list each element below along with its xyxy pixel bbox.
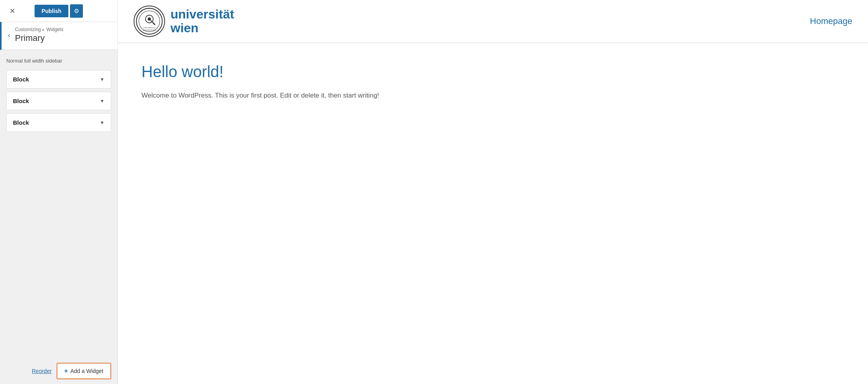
widget-item-3[interactable]: Block ▼ xyxy=(6,113,111,132)
breadcrumb-arrow: ▸ xyxy=(42,27,45,32)
widget-label-2: Block xyxy=(13,98,29,104)
reorder-button[interactable]: Reorder xyxy=(32,368,52,374)
bottom-actions: Reorder + Add a Widget xyxy=(0,358,117,384)
preview-panel: UNIVERSITAS VINDOBONENSIS universität wi… xyxy=(118,0,868,384)
settings-gear-button[interactable]: ⚙ xyxy=(70,4,83,18)
logo-area: UNIVERSITAS VINDOBONENSIS universität wi… xyxy=(134,6,234,37)
gear-icon: ⚙ xyxy=(74,7,79,14)
back-button[interactable]: ‹ xyxy=(8,31,10,39)
preview-header: UNIVERSITAS VINDOBONENSIS universität wi… xyxy=(118,0,868,43)
chevron-down-icon-1: ▼ xyxy=(100,77,105,82)
sidebar-content: Normal full width sidebar Block ▼ Block … xyxy=(0,50,117,358)
page-title: Primary xyxy=(15,33,63,43)
university-logo: UNIVERSITAS VINDOBONENSIS xyxy=(134,6,165,37)
post-title: Hello world! xyxy=(141,63,844,81)
chevron-down-icon-2: ▼ xyxy=(100,98,105,104)
publish-button[interactable]: Publish xyxy=(35,5,69,17)
post-excerpt: Welcome to WordPress. This is your first… xyxy=(141,90,844,101)
svg-line-5 xyxy=(153,23,155,24)
svg-point-3 xyxy=(148,17,151,20)
chevron-down-icon-3: ▼ xyxy=(100,120,105,126)
widget-label-3: Block xyxy=(13,119,29,126)
widget-item-2[interactable]: Block ▼ xyxy=(6,92,111,110)
sidebar-description: Normal full width sidebar xyxy=(6,58,111,64)
top-bar: ✕ Publish ⚙ xyxy=(0,0,117,22)
nav-bar: ‹ Customizing ▸ Widgets Primary xyxy=(0,22,117,50)
svg-text:UNIVERSITAS: UNIVERSITAS xyxy=(143,27,156,29)
widget-item-1[interactable]: Block ▼ xyxy=(6,70,111,89)
breadcrumb: Customizing ▸ Widgets xyxy=(15,27,63,32)
close-button[interactable]: ✕ xyxy=(6,5,18,17)
breadcrumb-area: Customizing ▸ Widgets Primary xyxy=(15,27,63,43)
back-icon: ‹ xyxy=(8,31,10,39)
university-name: universität wien xyxy=(171,7,234,35)
customizer-panel: ✕ Publish ⚙ ‹ Customizing ▸ Widgets Prim… xyxy=(0,0,118,384)
svg-text:VINDOBONENSIS: VINDOBONENSIS xyxy=(143,29,156,31)
plus-icon: + xyxy=(64,367,68,375)
svg-point-1 xyxy=(139,11,160,31)
widget-label-1: Block xyxy=(13,76,29,83)
add-widget-button[interactable]: + Add a Widget xyxy=(57,363,111,379)
preview-content: Hello world! Welcome to WordPress. This … xyxy=(118,43,868,120)
homepage-nav-link[interactable]: Homepage xyxy=(810,16,852,26)
